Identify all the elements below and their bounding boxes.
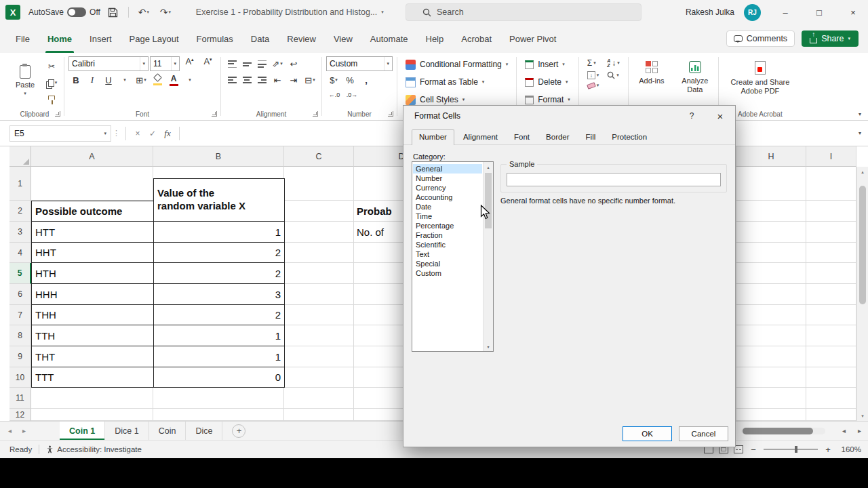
increase-decimal-button[interactable]: ←.0	[326, 89, 342, 101]
dialog-tab-protection[interactable]: Protection	[604, 129, 654, 144]
cell-B8[interactable]: 1	[153, 325, 285, 346]
decrease-decimal-button[interactable]: .0→	[344, 89, 360, 101]
dialog-tab-font[interactable]: Font	[507, 129, 537, 144]
comma-style-button[interactable]: ,	[359, 73, 374, 87]
align-middle-button[interactable]	[240, 57, 254, 70]
sheet-tab-dice-1[interactable]: Dice 1	[105, 422, 149, 440]
confirm-entry-button[interactable]: ✓	[145, 126, 160, 141]
borders-button[interactable]: ⊞▾	[134, 73, 149, 87]
cell-A4[interactable]: HHT	[31, 243, 154, 263]
cell-A9[interactable]: THT	[31, 346, 154, 367]
scroll-up-icon[interactable]: ▴	[484, 162, 493, 171]
ribbon-tab-review[interactable]: Review	[278, 24, 325, 53]
zoom-level[interactable]: 160%	[838, 445, 861, 453]
italic-button[interactable]: I	[85, 73, 100, 87]
dialog-help-button[interactable]: ?	[678, 106, 705, 126]
ribbon-tab-home[interactable]: Home	[39, 24, 81, 53]
ribbon-tab-acrobat[interactable]: Acrobat	[452, 24, 500, 53]
save-button[interactable]	[104, 3, 122, 21]
ribbon-tab-file[interactable]: File	[7, 24, 39, 53]
paste-button[interactable]: Paste ▾	[9, 56, 41, 106]
autosave-toggle[interactable]: AutoSave Off	[28, 7, 100, 17]
name-box[interactable]: E5 ▾	[9, 125, 111, 142]
redo-button[interactable]: ↷▾	[157, 3, 174, 21]
comments-button[interactable]: Comments	[726, 30, 795, 47]
category-custom[interactable]: Custom	[413, 268, 482, 278]
percent-style-button[interactable]: %	[342, 73, 357, 87]
hscroll-left-icon[interactable]: ◂	[842, 427, 846, 434]
ribbon-tab-help[interactable]: Help	[417, 24, 453, 53]
orientation-button[interactable]: ⇗▾	[270, 56, 285, 71]
conditional-formatting-button[interactable]: Conditional Formatting ▾	[401, 56, 512, 73]
clipboard-dialog-launcher-icon[interactable]	[55, 111, 60, 117]
close-button[interactable]: ×	[838, 0, 868, 24]
cell-A3[interactable]: HTT	[31, 222, 154, 243]
align-top-button[interactable]	[225, 57, 239, 70]
ribbon-tab-page-layout[interactable]: Page Layout	[121, 24, 188, 53]
zoom-in-button[interactable]: +	[823, 445, 833, 455]
share-button[interactable]: Share ▾	[802, 30, 859, 47]
search-box[interactable]: Search	[406, 3, 642, 21]
format-painter-button[interactable]	[43, 92, 60, 106]
zoom-slider[interactable]	[764, 449, 818, 450]
font-dialog-launcher-icon[interactable]	[212, 111, 217, 117]
category-accounting[interactable]: Accounting	[413, 192, 482, 202]
dialog-tab-border[interactable]: Border	[538, 129, 577, 144]
number-dialog-launcher-icon[interactable]	[388, 111, 393, 117]
category-fraction[interactable]: Fraction	[413, 230, 482, 240]
ribbon-tab-formulas[interactable]: Formulas	[188, 24, 242, 53]
ribbon-tab-automate[interactable]: Automate	[361, 24, 417, 53]
sheet-tab-dice[interactable]: Dice	[186, 422, 222, 440]
fill-color-button[interactable]	[150, 73, 165, 87]
autosum-button[interactable]: Σ▾	[587, 58, 599, 68]
category-scientific[interactable]: Scientific	[413, 240, 482, 249]
font-name-combo[interactable]: Calibri ▾	[68, 56, 149, 71]
analyze-data-button[interactable]: Analyze Data	[676, 56, 714, 94]
autosave-switch[interactable]	[67, 7, 86, 17]
clear-button[interactable]: ▾	[587, 83, 599, 88]
cell-A10[interactable]: TTT	[31, 367, 154, 388]
expand-formula-bar-button[interactable]: ▾	[852, 130, 868, 136]
cell-B3[interactable]: 1	[153, 222, 285, 243]
user-name[interactable]: Rakesh Julka	[686, 7, 734, 17]
bold-button[interactable]: B	[68, 73, 83, 87]
sheet-nav-right-icon[interactable]: ▸	[22, 427, 26, 434]
ribbon-tab-insert[interactable]: Insert	[81, 24, 121, 53]
font-color-button[interactable]: A	[166, 73, 181, 87]
ok-button[interactable]: OK	[623, 426, 672, 441]
avatar[interactable]: RJ	[744, 4, 761, 21]
find-select-button[interactable]: ▾	[607, 71, 620, 79]
dialog-tab-alignment[interactable]: Alignment	[456, 129, 505, 144]
align-left-button[interactable]	[225, 73, 239, 87]
cell-B2[interactable]: Value of therandom variable X	[153, 178, 285, 222]
category-percentage[interactable]: Percentage	[413, 221, 482, 230]
cut-button[interactable]: ✂	[43, 60, 60, 73]
font-size-combo[interactable]: 11 ▾	[150, 56, 180, 71]
dialog-close-button[interactable]: ×	[705, 106, 735, 126]
accessibility-status[interactable]: Accessibility: Investigate	[46, 445, 142, 453]
excel-logo-icon[interactable]: X	[5, 5, 20, 20]
listbox-scrollbar[interactable]: ▴ ▾	[483, 162, 493, 351]
cell-B6[interactable]: 3	[153, 284, 285, 305]
copy-button[interactable]: ▾	[43, 76, 60, 89]
addins-button[interactable]: Add-ins	[633, 56, 671, 85]
zoom-slider-thumb[interactable]	[795, 446, 797, 453]
cell-A5[interactable]: HTH	[31, 263, 154, 284]
hscroll-right-icon[interactable]: ▸	[858, 427, 861, 434]
scroll-down-icon[interactable]: ▾	[484, 342, 493, 351]
number-format-combo[interactable]: Custom ▾	[326, 56, 393, 71]
insert-cells-button[interactable]: Insert ▾	[521, 56, 574, 73]
align-center-button[interactable]	[240, 73, 254, 87]
font-color-options[interactable]: ▾	[182, 73, 197, 87]
decrease-indent-button[interactable]: ⇤	[270, 73, 285, 87]
zoom-out-button[interactable]: −	[749, 445, 758, 455]
cell-B9[interactable]: 1	[153, 346, 285, 367]
sheet-tab-coin[interactable]: Coin	[149, 422, 186, 440]
cell-A2[interactable]: Possible outcome	[31, 201, 154, 222]
cell-B4[interactable]: 2	[153, 243, 285, 263]
sheet-nav-left-icon[interactable]: ◂	[8, 427, 12, 434]
align-bottom-button[interactable]	[255, 57, 269, 70]
cell-A7[interactable]: THH	[31, 305, 154, 325]
align-right-button[interactable]	[255, 73, 269, 87]
cell-A6[interactable]: HHH	[31, 284, 154, 305]
